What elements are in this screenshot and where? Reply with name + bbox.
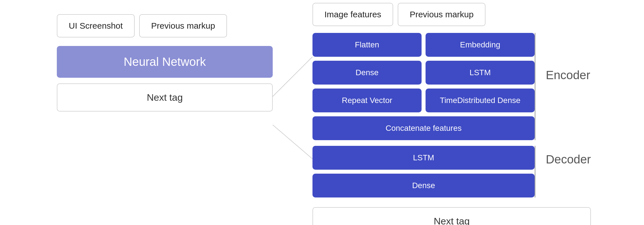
decoder-label: Decoder [546, 153, 591, 166]
encoder-label: Encoder [546, 68, 590, 82]
right-previous-markup-box: Previous markup [398, 3, 485, 26]
timedistributed-dense-box: TimeDistributed Dense [426, 89, 535, 112]
concatenate-features-label: Concatenate features [385, 124, 462, 133]
lstm-encoder-label: LSTM [470, 68, 491, 77]
blocks-column: Flatten Embedding Dense LSTM [312, 33, 535, 201]
left-previous-markup-label: Previous markup [151, 21, 215, 30]
dense-encoder-box: Dense [312, 61, 422, 85]
left-input-box: UI Screenshot Previous markup [57, 14, 273, 37]
ui-screenshot-label: UI Screenshot [69, 21, 123, 30]
section-labels-column: Encoder Decoder [535, 33, 591, 201]
lstm-encoder-box: LSTM [426, 61, 535, 85]
flatten-box: Flatten [312, 33, 422, 57]
concatenate-features-box: Concatenate features [312, 116, 535, 140]
dense-encoder-label: Dense [356, 68, 379, 77]
dense-decoder-box: Dense [312, 174, 535, 197]
right-section: Image features Previous markup Flatten E… [312, 3, 591, 225]
encoder-row-3: Repeat Vector TimeDistributed Dense [312, 89, 535, 112]
left-section: UI Screenshot Previous markup Neural Net… [57, 14, 273, 112]
encoder-row-1: Flatten Embedding [312, 33, 535, 57]
left-next-tag-label: Next tag [147, 92, 183, 103]
repeat-vector-label: Repeat Vector [342, 96, 392, 105]
left-previous-markup-box: Previous markup [139, 14, 227, 37]
image-features-label: Image features [324, 10, 381, 19]
right-next-tag-label: Next tag [434, 216, 470, 225]
encoder-label-container: Encoder [540, 68, 591, 82]
embedding-label: Embedding [460, 40, 500, 49]
svg-line-0 [273, 57, 312, 96]
embedding-box: Embedding [426, 33, 535, 57]
flatten-label: Flatten [355, 40, 379, 49]
diagram-container: UI Screenshot Previous markup Neural Net… [0, 0, 644, 225]
left-next-tag-box: Next tag [57, 83, 273, 112]
neural-network-box: Neural Network [57, 46, 273, 78]
encoder-decoder-container: Flatten Embedding Dense LSTM [312, 33, 591, 201]
decoder-label-container: Decoder [540, 153, 591, 166]
image-features-box: Image features [312, 3, 393, 26]
right-next-tag-box: Next tag [312, 207, 591, 225]
neural-network-label: Neural Network [124, 55, 206, 68]
dense-decoder-label: Dense [412, 181, 435, 190]
lstm-decoder-label: LSTM [413, 153, 434, 162]
right-input-box: Image features Previous markup [312, 3, 591, 26]
repeat-vector-box: Repeat Vector [312, 89, 422, 112]
timedistributed-dense-label: TimeDistributed Dense [440, 96, 520, 105]
lstm-decoder-box: LSTM [312, 146, 535, 170]
right-previous-markup-label: Previous markup [410, 10, 474, 19]
decoder-group: LSTM Dense [312, 146, 535, 197]
encoder-row-2: Dense LSTM [312, 61, 535, 85]
encoder-group: Flatten Embedding Dense LSTM [312, 33, 535, 140]
svg-line-1 [273, 125, 312, 159]
ui-screenshot-box: UI Screenshot [57, 14, 135, 37]
